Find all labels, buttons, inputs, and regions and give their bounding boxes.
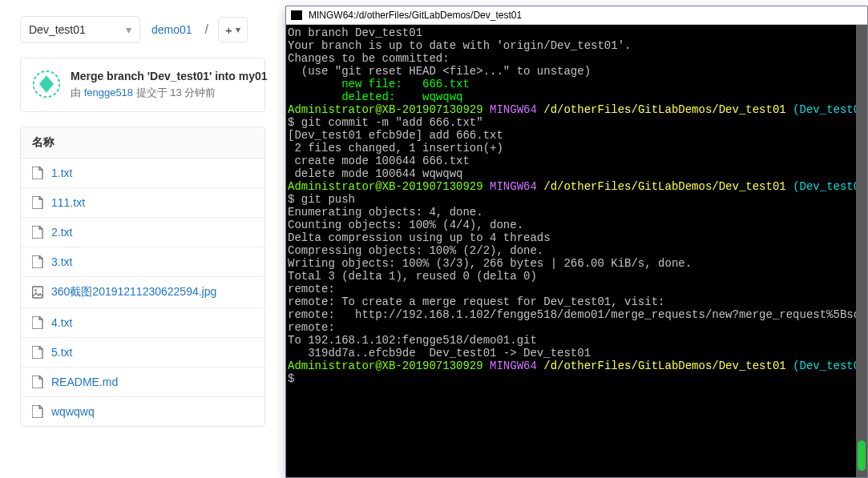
table-row[interactable]: 3.txt	[21, 247, 264, 277]
chevron-down-icon: ▾	[236, 24, 240, 35]
file-icon	[32, 226, 43, 239]
scrollbar-thumb[interactable]	[858, 440, 866, 471]
gitlab-file-browser: Dev_test01 ▾ demo01 / + ▾ Merge branch '…	[0, 0, 285, 478]
file-icon	[32, 405, 43, 418]
branch-selector-value: Dev_test01	[29, 23, 86, 36]
avatar	[32, 70, 61, 98]
file-name: 3.txt	[51, 255, 72, 268]
file-name: 360截图20191211230622594.jpg	[51, 285, 216, 299]
commit-by-prefix: 由	[71, 86, 84, 98]
file-icon	[32, 346, 43, 359]
commit-author[interactable]: fengge518	[84, 86, 133, 98]
terminal-icon	[291, 10, 302, 20]
commit-info: Merge branch 'Dev_test01' into my01 由 fe…	[71, 70, 268, 100]
terminal-window: MINGW64:/d/otherFiles/GitLabDemos/Dev_te…	[285, 6, 868, 478]
table-row[interactable]: wqwqwq	[21, 397, 264, 426]
file-name: 4.txt	[51, 316, 72, 329]
commit-message: Merge branch 'Dev_test01' into my01	[71, 70, 268, 82]
scrollbar-vertical[interactable]	[856, 25, 867, 477]
file-icon	[32, 316, 43, 329]
file-name: 1.txt	[51, 167, 72, 179]
svg-rect-2	[33, 287, 43, 298]
file-table: 名称 1.txt111.txt2.txt3.txt360截图2019121123…	[20, 127, 265, 427]
file-icon	[32, 196, 43, 209]
branch-breadcrumb-row: Dev_test01 ▾ demo01 / + ▾	[20, 16, 265, 43]
branch-selector[interactable]: Dev_test01 ▾	[20, 16, 140, 43]
table-row[interactable]: 2.txt	[21, 218, 264, 247]
table-row[interactable]: 4.txt	[21, 308, 264, 338]
chevron-down-icon: ▾	[126, 23, 131, 36]
file-icon	[32, 255, 43, 268]
file-name: wqwqwq	[51, 405, 95, 418]
svg-point-3	[34, 289, 37, 291]
file-name: README.md	[51, 376, 118, 388]
table-row[interactable]: 360截图20191211230622594.jpg	[21, 277, 264, 308]
plus-icon: +	[225, 23, 232, 37]
commit-time: 13 分钟前	[170, 86, 216, 98]
table-row[interactable]: README.md	[21, 368, 264, 397]
file-name: 2.txt	[51, 226, 72, 239]
table-row[interactable]: 5.txt	[21, 338, 264, 368]
latest-commit-card[interactable]: Merge branch 'Dev_test01' into my01 由 fe…	[20, 58, 265, 112]
file-name: 111.txt	[51, 196, 85, 209]
file-icon	[32, 376, 43, 388]
table-row[interactable]: 111.txt	[21, 188, 264, 218]
file-name: 5.txt	[51, 346, 72, 359]
terminal-body[interactable]: On branch Dev_test01Your branch is up to…	[286, 25, 867, 477]
svg-marker-1	[39, 75, 54, 93]
breadcrumb-root[interactable]: demo01	[148, 22, 196, 38]
commit-after-author: 提交于	[133, 86, 170, 98]
commit-meta: 由 fengge518 提交于 13 分钟前	[71, 86, 268, 100]
terminal-titlebar[interactable]: MINGW64:/d/otherFiles/GitLabDemos/Dev_te…	[286, 6, 867, 25]
image-file-icon	[32, 286, 43, 299]
file-table-header: 名称	[21, 127, 264, 159]
breadcrumb-separator: /	[204, 22, 210, 37]
file-icon	[32, 167, 43, 179]
terminal-title: MINGW64:/d/otherFiles/GitLabDemos/Dev_te…	[309, 10, 522, 21]
table-row[interactable]: 1.txt	[21, 159, 264, 188]
add-file-button[interactable]: + ▾	[218, 17, 248, 42]
